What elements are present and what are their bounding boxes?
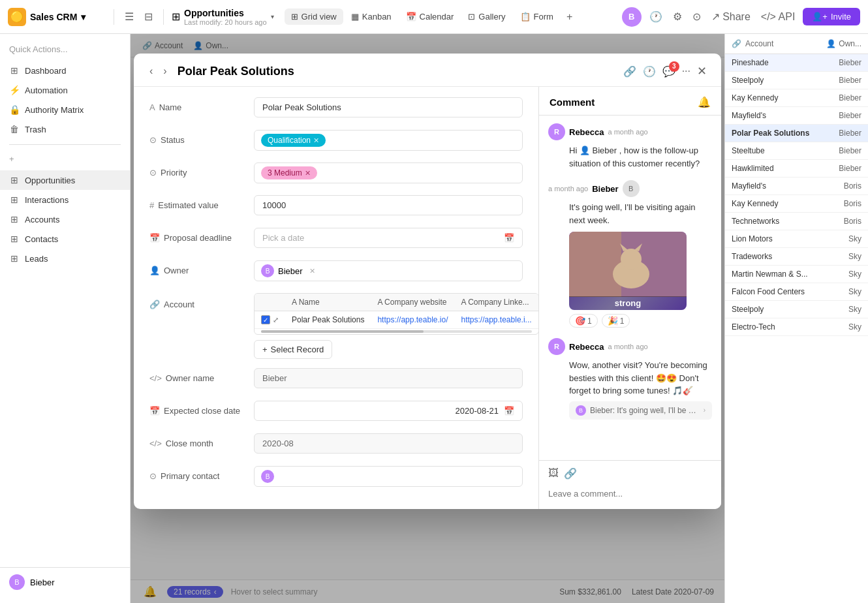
api-label[interactable]: </> API bbox=[758, 8, 798, 25]
rp-owner: Sky bbox=[829, 322, 861, 332]
account-table-wrapper: A Name A Company website bbox=[254, 293, 538, 335]
quick-actions[interactable]: Quick Actions... bbox=[0, 40, 130, 61]
notification-icon[interactable]: 💬 3 bbox=[662, 65, 675, 78]
help-icon[interactable]: ⊙ bbox=[690, 8, 704, 25]
sidebar-item-leads[interactable]: ⊞ Leads bbox=[0, 249, 130, 268]
scrollbar-track[interactable] bbox=[261, 330, 532, 333]
settings-icon[interactable]: ⚙ bbox=[670, 8, 685, 25]
history-icon[interactable]: 🕐 bbox=[647, 8, 665, 25]
share-label[interactable]: ↗ Share bbox=[709, 8, 753, 25]
rp-row[interactable]: Martin Newman & S... Sky bbox=[725, 266, 868, 283]
sidebar-item-automation[interactable]: ⚡ Automation bbox=[0, 80, 130, 100]
tab-kanban[interactable]: ▦ Kanban bbox=[345, 8, 398, 25]
rp-row[interactable]: Hawklimited Bieber bbox=[725, 160, 868, 178]
owner-name-input[interactable] bbox=[254, 368, 523, 388]
sidebar-tables: ⊞ Opportunities ⊞ Interactions ⊞ Account… bbox=[0, 170, 130, 268]
svg-rect-1 bbox=[569, 232, 621, 297]
tab-gallery[interactable]: ⊡ Gallery bbox=[461, 8, 512, 25]
table-chevron-icon[interactable]: ▾ bbox=[271, 13, 274, 20]
sidebar-item-authority[interactable]: 🔒 Authority Matrix bbox=[0, 100, 130, 119]
rp-row[interactable]: Kay Kennedy Boris bbox=[725, 195, 868, 213]
table-info: ⊞ Opportunities Last modify: 20 hours ag… bbox=[172, 8, 274, 26]
user-avatar[interactable]: B bbox=[622, 7, 642, 27]
modal-prev-button[interactable]: ‹ bbox=[147, 64, 155, 78]
main-layout: Quick Actions... ⊞ Dashboard ⚡ Automatio… bbox=[0, 34, 868, 603]
field-status-value: Qualification ✕ bbox=[254, 130, 523, 151]
rp-row[interactable]: Steelpoly Bieber bbox=[725, 72, 868, 89]
image-attach-icon[interactable]: 🖼 bbox=[548, 467, 559, 480]
link-attach-icon[interactable]: 🔗 bbox=[564, 467, 577, 480]
rp-row[interactable]: Polar Peak Solutions Bieber bbox=[725, 125, 868, 142]
sidebar-item-trash[interactable]: 🗑 Trash bbox=[0, 119, 130, 139]
app-logo[interactable]: 🟡 Sales CRM ▾ bbox=[8, 8, 106, 26]
row-checkbox[interactable]: ✓ bbox=[261, 315, 270, 324]
rp-company: Electro-Tech bbox=[732, 322, 829, 332]
modal-close-button[interactable]: ✕ bbox=[696, 63, 708, 80]
add-section-button[interactable]: + bbox=[0, 150, 130, 168]
sidebar-item-accounts[interactable]: ⊞ Accounts bbox=[0, 209, 130, 229]
tab-grid-view[interactable]: ⊞ Grid view bbox=[285, 8, 343, 25]
close-month-input[interactable] bbox=[254, 433, 523, 454]
rp-row[interactable]: Tradeworks Sky bbox=[725, 248, 868, 266]
sidebar-item-interactions[interactable]: ⊞ Interactions bbox=[0, 190, 130, 209]
more-options-icon[interactable]: ··· bbox=[682, 65, 690, 77]
rp-col2-icon: 👤 bbox=[826, 39, 836, 48]
sidebar-item-dashboard[interactable]: ⊞ Dashboard bbox=[0, 61, 130, 80]
link-icon[interactable]: 🔗 bbox=[623, 65, 636, 78]
right-panel: 🔗 Account 👤 Own... Pineshade Bieber Stee… bbox=[724, 34, 868, 603]
bell-icon[interactable]: 🔔 bbox=[698, 96, 711, 108]
modal-next-button[interactable]: › bbox=[161, 64, 169, 78]
rp-company: Mayfield's bbox=[732, 111, 829, 120]
status-tag-input[interactable]: Qualification ✕ bbox=[254, 130, 523, 151]
comment-input[interactable] bbox=[548, 485, 712, 502]
sidebar-user: B Bieber bbox=[0, 567, 130, 596]
field-estimated-value-label: # Estimated value bbox=[149, 195, 254, 210]
status-tag-remove[interactable]: ✕ bbox=[313, 136, 319, 145]
owner-input[interactable]: B Bieber ✕ bbox=[254, 260, 523, 281]
priority-tag-input[interactable]: 3 Medium ✕ bbox=[254, 162, 523, 183]
primary-contact-input[interactable]: B bbox=[254, 466, 523, 487]
priority-tag-remove[interactable]: ✕ bbox=[305, 169, 311, 178]
invite-button[interactable]: 👤+ Invite bbox=[803, 8, 860, 25]
primary-contact-avatar: B bbox=[261, 470, 274, 483]
sidebar-item-contacts[interactable]: ⊞ Contacts bbox=[0, 229, 130, 249]
owner-remove-icon[interactable]: ✕ bbox=[309, 267, 315, 275]
expected-close-date-input[interactable]: 2020-08-21 📅 bbox=[254, 401, 523, 421]
rp-row[interactable]: Kay Kennedy Bieber bbox=[725, 89, 868, 107]
gallery-icon: ⊡ bbox=[468, 12, 475, 22]
account-linkedin-link[interactable]: https://app.teable.i... bbox=[461, 315, 531, 324]
content-area: 🔗 Account 👤 Own... ‹ › Polar Peak Soluti… bbox=[131, 34, 724, 603]
status-tag[interactable]: Qualification ✕ bbox=[261, 134, 326, 147]
expected-close-date-text: 2020-08-21 bbox=[456, 406, 499, 416]
account-website-link[interactable]: https://app.teable.io/ bbox=[377, 315, 448, 324]
tab-form[interactable]: 📋 Form bbox=[514, 8, 560, 25]
opportunities-icon: ⊞ bbox=[9, 175, 20, 185]
rp-row[interactable]: Electro-Tech Sky bbox=[725, 318, 868, 336]
reaction-button-1[interactable]: 🎯 1 bbox=[569, 314, 598, 328]
sidebar-item-opportunities[interactable]: ⊞ Opportunities bbox=[0, 170, 130, 190]
estimated-value-input[interactable] bbox=[254, 195, 523, 215]
field-primary-contact-value: B bbox=[254, 466, 523, 487]
add-view-button[interactable]: + bbox=[561, 8, 578, 25]
rp-row[interactable]: Steeltube Bieber bbox=[725, 142, 868, 160]
rp-row[interactable]: Mayfield's Bieber bbox=[725, 107, 868, 125]
comment-box-bottom: 🖼 🔗 bbox=[539, 460, 721, 509]
rp-row[interactable]: Technetworks Boris bbox=[725, 213, 868, 230]
expand-row-icon[interactable]: ⤢ bbox=[273, 316, 279, 324]
name-input[interactable] bbox=[254, 97, 523, 117]
rp-col1-icon: 🔗 bbox=[732, 39, 741, 48]
rp-row[interactable]: Mayfield's Boris bbox=[725, 178, 868, 195]
rp-row[interactable]: Falcon Food Centers Sky bbox=[725, 283, 868, 301]
rp-row[interactable]: Steelpoly Sky bbox=[725, 301, 868, 318]
priority-tag[interactable]: 3 Medium ✕ bbox=[261, 166, 317, 179]
history-modal-icon[interactable]: 🕐 bbox=[643, 65, 656, 78]
rp-row[interactable]: Pineshade Bieber bbox=[725, 54, 868, 72]
rp-row[interactable]: Lion Motors Sky bbox=[725, 230, 868, 248]
select-record-button[interactable]: + Select Record bbox=[254, 340, 332, 359]
layout-icon[interactable]: ⊟ bbox=[142, 8, 155, 25]
reaction-button-2[interactable]: 🎉 1 bbox=[602, 314, 630, 328]
sidebar-accounts-label: Accounts bbox=[25, 215, 59, 224]
hamburger-icon[interactable]: ☰ bbox=[122, 8, 136, 25]
proposal-deadline-input[interactable]: Pick a date 📅 bbox=[254, 228, 523, 248]
tab-calendar[interactable]: 📅 Calendar bbox=[399, 8, 461, 25]
